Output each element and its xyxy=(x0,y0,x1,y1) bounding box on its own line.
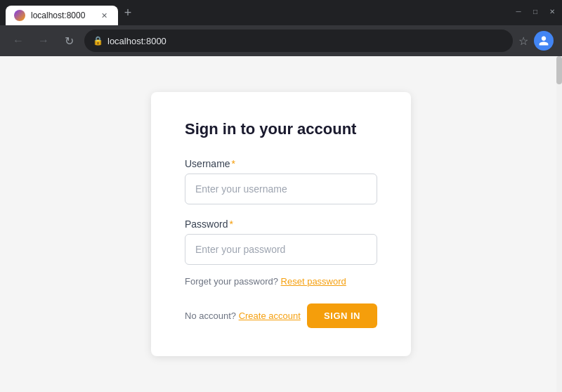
bookmark-icon[interactable]: ☆ xyxy=(518,34,528,48)
password-group: Password* xyxy=(185,218,377,265)
tab-close-icon[interactable]: ✕ xyxy=(98,10,110,21)
password-required-star: * xyxy=(229,218,233,230)
new-tab-button[interactable]: + xyxy=(118,3,138,22)
no-account-text: No account? xyxy=(185,311,236,321)
tab-favicon-icon xyxy=(14,10,25,21)
login-card: Sign in to your account Username* Passwo… xyxy=(151,92,411,356)
profile-icon xyxy=(538,35,549,46)
address-bar[interactable]: 🔒 localhost:8000 xyxy=(84,30,513,52)
create-account-link[interactable]: Create account xyxy=(239,311,301,321)
minimize-button[interactable]: ─ xyxy=(514,7,523,15)
forgot-password-section: Forget your password? Reset password xyxy=(185,276,377,287)
password-input[interactable] xyxy=(185,234,377,265)
scrollbar-thumb xyxy=(556,56,562,84)
page-content: Sign in to your account Username* Passwo… xyxy=(0,56,562,392)
maximize-button[interactable]: □ xyxy=(531,7,540,15)
browser-titlebar: localhost:8000 ✕ + ─ □ ✕ xyxy=(0,0,562,25)
browser-tab[interactable]: localhost:8000 ✕ xyxy=(6,6,118,25)
page-title: Sign in to your account xyxy=(185,120,377,138)
lock-icon: 🔒 xyxy=(93,36,103,46)
browser-chrome: localhost:8000 ✕ + ─ □ ✕ ← → ↻ 🔒 localho… xyxy=(0,0,562,56)
browser-addressbar: ← → ↻ 🔒 localhost:8000 ☆ xyxy=(0,25,562,56)
address-text: localhost:8000 xyxy=(107,36,504,46)
username-required-star: * xyxy=(232,158,235,169)
forgot-password-text: Forget your password? xyxy=(185,276,278,287)
username-group: Username* xyxy=(185,158,377,204)
sign-in-button[interactable]: SIGN IN xyxy=(307,303,377,328)
scrollbar[interactable] xyxy=(556,56,562,392)
username-input[interactable] xyxy=(185,174,377,204)
reset-password-link[interactable]: Reset password xyxy=(281,276,346,287)
close-button[interactable]: ✕ xyxy=(548,7,556,15)
form-footer: No account? Create account SIGN IN xyxy=(185,303,377,328)
window-controls: ─ □ ✕ xyxy=(514,7,556,18)
tab-title: localhost:8000 xyxy=(31,11,93,20)
reload-button[interactable]: ↻ xyxy=(59,31,79,51)
forward-button[interactable]: → xyxy=(34,31,53,51)
no-account-section: No account? Create account xyxy=(185,311,301,321)
username-label: Username* xyxy=(185,158,377,169)
profile-button[interactable] xyxy=(534,31,554,51)
password-label: Password* xyxy=(185,218,377,230)
back-button[interactable]: ← xyxy=(8,31,28,51)
